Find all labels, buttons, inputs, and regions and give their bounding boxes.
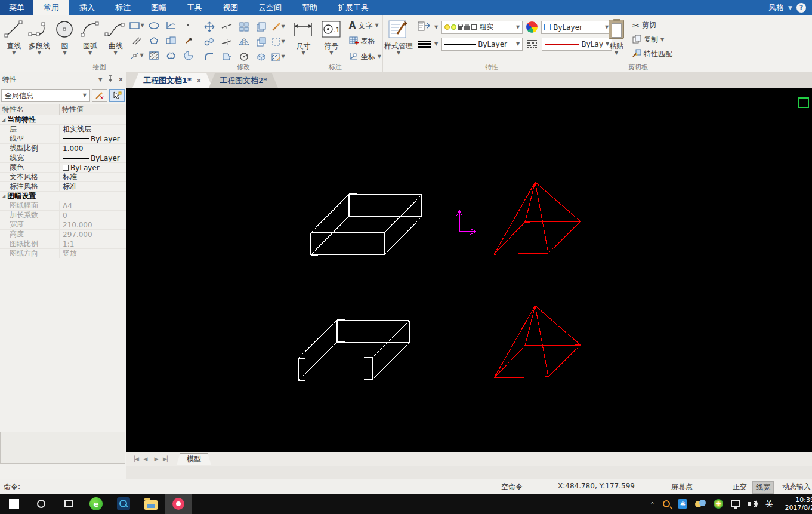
linetype-stack-icon[interactable] [526, 39, 538, 50]
prop-row-dim-style[interactable]: 标注风格 标准 [0, 182, 126, 192]
menu-tab-insert[interactable]: 插入 [69, 0, 105, 15]
chevron-down-icon[interactable]: ▼ [329, 51, 333, 56]
polygon-icon[interactable] [146, 33, 163, 48]
chevron-down-icon[interactable]: ▼ [516, 25, 520, 30]
pie-icon[interactable] [180, 48, 197, 63]
menu-tab-help[interactable]: 帮助 [292, 0, 328, 15]
task-view-button[interactable] [55, 494, 82, 514]
prop-group-sheet[interactable]: ◢图幅设置 [0, 192, 126, 201]
color-wheel-icon[interactable] [526, 21, 538, 33]
menu-tab-frame[interactable]: 图幅 [141, 0, 177, 15]
parallel-line-icon[interactable] [128, 33, 146, 48]
mirror-icon[interactable] [235, 34, 252, 49]
break-icon[interactable] [218, 19, 235, 34]
chevron-down-icon[interactable]: ▼ [516, 42, 520, 47]
point-icon[interactable] [180, 18, 197, 33]
chevron-down-icon[interactable]: ▼ [301, 51, 305, 56]
prop-group-current[interactable]: ◢当前特性 [0, 115, 126, 125]
fillet-icon[interactable] [200, 49, 218, 64]
revision-cloud-icon[interactable] [163, 48, 180, 63]
array-icon[interactable] [235, 19, 252, 34]
input-language[interactable]: 英 [765, 498, 773, 509]
collapse-icon[interactable]: ◢ [2, 193, 5, 199]
prop-row-layer[interactable]: 层 粗实线层 [0, 125, 126, 134]
start-button[interactable] [0, 494, 27, 514]
ellipse-icon[interactable] [146, 18, 163, 33]
prop-row-lineweight[interactable]: 线宽 ByLayer [0, 153, 126, 163]
tray-expand-icon[interactable]: ⌃ [650, 501, 655, 509]
rectangle-icon[interactable]: ▼ [128, 18, 146, 33]
messenger-icon[interactable]: ✱ [678, 499, 687, 509]
prop-row-text-style[interactable]: 文本风格 标准 [0, 173, 126, 182]
menu-tab-tools[interactable]: 工具 [177, 0, 212, 15]
table-button[interactable]: + 表格 [349, 33, 381, 49]
array-3d-icon[interactable] [252, 49, 270, 64]
menu-tab-annotate[interactable]: 标注 [105, 0, 141, 15]
chevron-down-icon[interactable]: ▼ [114, 51, 118, 56]
next-sheet-button[interactable]: ▶ [152, 456, 161, 462]
chevron-down-icon[interactable]: ▼ [434, 42, 438, 47]
move-icon[interactable] [200, 19, 218, 34]
symbol-button[interactable]: .1 符号 ▼ [317, 17, 345, 63]
safety-icon[interactable]: + [714, 499, 723, 509]
search-button[interactable] [27, 494, 55, 514]
pick-object-button[interactable] [109, 89, 125, 102]
color-picker-icon[interactable] [180, 33, 197, 48]
last-sheet-button[interactable]: ▶▏ [162, 456, 172, 462]
hatch-icon[interactable] [146, 48, 163, 63]
chevron-down-icon[interactable]: ▼ [88, 51, 92, 56]
ortho-toggle[interactable]: 正交 [733, 482, 747, 492]
spline-button[interactable]: 曲线 ▼ [103, 17, 128, 63]
line-button[interactable]: 直线 ▼ [1, 17, 27, 63]
extend-icon[interactable] [218, 49, 235, 64]
clock[interactable]: 10:39 2017/8/2 [781, 496, 812, 512]
weather-icon[interactable] [695, 500, 706, 508]
chevron-down-icon[interactable]: ▼ [397, 51, 400, 56]
copy-button[interactable]: 复制 ▼ [632, 33, 672, 46]
chevron-down-icon[interactable]: ▼ [615, 51, 618, 56]
overlap-copy-icon[interactable] [252, 34, 270, 49]
screen-point-toggle[interactable]: 屏幕点 [671, 482, 693, 492]
doc-tab-2[interactable]: 工程图文档2* [209, 73, 278, 88]
browser-button[interactable]: e [82, 494, 110, 514]
first-sheet-button[interactable]: ▕◀ [130, 456, 140, 462]
chevron-down-icon[interactable]: ▼ [12, 51, 16, 56]
cad-app-button[interactable] [110, 494, 137, 514]
erase-icon[interactable]: ▼ [270, 19, 287, 34]
paste-button[interactable]: 粘贴 ▼ [603, 17, 630, 63]
prev-sheet-button[interactable]: ◀ [141, 456, 150, 462]
magnifier-icon[interactable] [663, 500, 670, 507]
cut-button[interactable]: ✂ 剪切 [632, 19, 672, 32]
offset-icon[interactable] [200, 34, 218, 49]
panel-menu-icon[interactable]: ▼ [98, 77, 103, 82]
edit-cancel-button[interactable]: ✕ [92, 89, 107, 102]
polyline-button[interactable]: 多段线 ▼ [27, 17, 53, 63]
hatch-edit-icon[interactable]: ▼ [270, 49, 287, 64]
menu-tab-extensions[interactable]: 扩展工具 [328, 0, 379, 15]
drawing-canvas[interactable] [126, 88, 812, 452]
close-icon[interactable]: ✕ [196, 77, 202, 85]
chevron-down-icon[interactable]: ▼ [38, 51, 41, 56]
prop-row-linetype-scale[interactable]: 线型比例 1.000 [0, 144, 126, 153]
prop-row-linetype[interactable]: 线型 ByLayer [0, 134, 126, 144]
construction-line-icon[interactable]: ▼ [128, 48, 146, 63]
close-icon[interactable]: ✕ [118, 76, 124, 84]
arc-button[interactable]: 圆弧 ▼ [78, 17, 103, 63]
layer-combo[interactable]: 粗实 ▼ [441, 21, 523, 34]
layer-state-icon[interactable] [418, 20, 431, 34]
model-tab[interactable]: 模型 [177, 453, 211, 465]
menu-tab-view[interactable]: 视图 [212, 0, 248, 15]
linetype-combo[interactable]: ByLayer ▼ [441, 38, 523, 51]
network-icon[interactable] [731, 500, 740, 507]
chevron-down-icon[interactable]: ▼ [63, 51, 66, 56]
help-icon[interactable]: ? [796, 3, 806, 13]
style-selector[interactable]: 风格 [768, 2, 784, 13]
style-manager-button[interactable]: 样式管理 ▼ [384, 17, 413, 63]
menu-tab-home[interactable]: 常用 [33, 0, 69, 15]
screen-recorder-button[interactable] [165, 494, 192, 514]
lineweight-toggle[interactable]: 线宽 [752, 481, 774, 494]
collapse-icon[interactable]: ◢ [2, 117, 5, 122]
pin-icon[interactable] [107, 75, 113, 84]
match-properties-button[interactable]: 特性匹配 [632, 48, 672, 60]
volume-icon[interactable] [748, 500, 758, 508]
